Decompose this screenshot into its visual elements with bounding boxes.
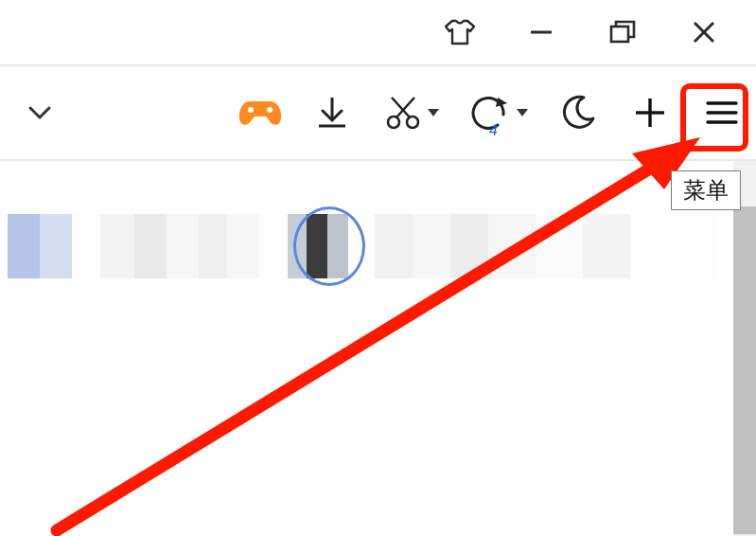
maximize-restore-button[interactable]	[607, 16, 639, 48]
tshirt-icon	[444, 18, 476, 46]
refresh-count-badge: 4	[489, 122, 498, 139]
minimize-button[interactable]	[525, 16, 557, 48]
menu-tooltip-text: 菜单	[683, 177, 729, 203]
window-controls-bar	[0, 0, 756, 66]
menu-button[interactable]	[699, 90, 745, 135]
svg-point-8	[388, 116, 399, 128]
scrollbar-thumb[interactable]	[733, 206, 756, 534]
close-icon	[690, 18, 718, 46]
plus-icon	[631, 94, 669, 132]
close-button[interactable]	[688, 16, 720, 48]
customize-skin-button[interactable]	[444, 16, 476, 48]
site-dropdown[interactable]	[17, 90, 62, 135]
hamburger-menu-icon	[703, 98, 741, 128]
refresh-dropdown-caret	[517, 109, 528, 116]
svg-rect-1	[611, 27, 628, 42]
game-controller-icon	[237, 96, 283, 130]
scissors-icon	[384, 94, 422, 132]
blurred-bookmark-strip	[8, 214, 724, 278]
menu-tooltip: 菜单	[671, 170, 741, 210]
screenshot-button[interactable]	[381, 90, 442, 135]
chevron-down-icon	[26, 104, 53, 121]
downloads-button[interactable]	[309, 90, 355, 135]
minimize-icon	[527, 18, 555, 46]
new-tab-button[interactable]	[627, 90, 673, 135]
download-icon	[313, 94, 351, 132]
maximize-restore-icon	[607, 18, 638, 46]
night-mode-button[interactable]	[555, 90, 601, 135]
screenshot-dropdown-caret	[428, 109, 439, 116]
refresh-button[interactable]: 4	[468, 90, 529, 135]
game-center-button[interactable]	[237, 90, 283, 135]
svg-point-9	[407, 116, 418, 128]
svg-point-5	[267, 107, 273, 113]
browser-toolbar: 4	[0, 66, 756, 161]
moon-icon	[559, 94, 597, 132]
svg-point-4	[248, 107, 254, 113]
